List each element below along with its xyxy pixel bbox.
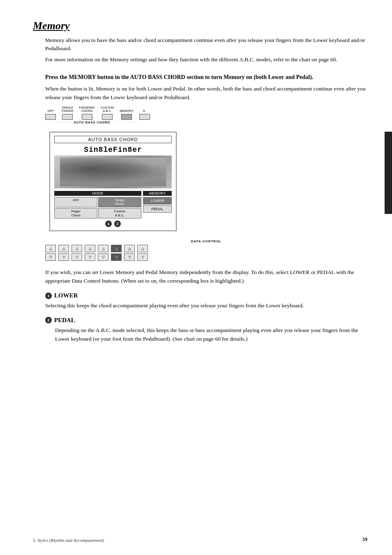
pedal-heading: 2 PEDAL: [45, 317, 367, 324]
section-heading: Press the MEMORY button in the AUTO BASS…: [45, 73, 367, 81]
pedal-heading-text: PEDAL: [54, 317, 75, 324]
data-up-btn-2[interactable]: △: [58, 245, 69, 252]
display-image-inner: [60, 158, 166, 186]
abc-off-btn[interactable]: [45, 114, 56, 120]
memory-label: MEMORY: [143, 191, 172, 196]
data-down-btn-4[interactable]: ▽: [85, 253, 95, 261]
display-image: [54, 156, 172, 188]
data-down-btn-2[interactable]: ▽: [58, 253, 69, 261]
data-up-btn-8[interactable]: △: [137, 245, 148, 252]
abc-fingeredchord-label: FINGEREDCHORD: [79, 106, 95, 113]
lower-heading-text: LOWER: [54, 292, 78, 299]
display-inner: AUTO BASS CHORD Sin8leFin8er MODE OFF Si…: [50, 132, 176, 230]
section-body: When the button is lit, Memory is on for…: [45, 85, 367, 102]
data-down-btn-6[interactable]: ▽: [111, 253, 122, 261]
data-up-btn-4[interactable]: △: [85, 245, 95, 252]
data-down-row: ▽ ▽ ▽ ▽ ▽ ▽ ▽ ▽: [45, 253, 367, 261]
data-down-btn-7[interactable]: ▽: [124, 253, 135, 261]
display-bottom: MODE OFF SingleFinder FingerChord Custom…: [54, 191, 172, 218]
footer-page: 59: [362, 536, 367, 543]
display-box: AUTO BASS CHORD Sin8leFin8er MODE OFF Si…: [49, 132, 177, 231]
data-down-btn-1[interactable]: ▽: [45, 253, 56, 261]
page: Memory Memory allows you to have the bas…: [0, 0, 392, 555]
page-title: Memory: [33, 20, 367, 32]
abc-singlefinger-label: SINGLEFINGER: [62, 106, 73, 113]
intro-text-2: For more information on the Memory setti…: [45, 56, 367, 64]
data-down-btn-5[interactable]: ▽: [98, 253, 108, 261]
data-control-section: DATA CONTROL △ △ △ △ △ △ △ △ ▽ ▽ ▽ ▽ ▽ ▽: [45, 239, 367, 261]
data-up-row: △ △ △ △ △ △ △ △: [45, 245, 367, 252]
abc-custabc-label: CUSTUMA.B.C.: [101, 106, 114, 113]
circle-1: 1: [105, 221, 112, 227]
abc-custabc-btn[interactable]: [102, 114, 113, 120]
lower-heading: 1 LOWER: [45, 292, 367, 299]
data-up-btn-5[interactable]: △: [98, 245, 108, 252]
display-title-bar: AUTO BASS CHORD: [54, 136, 172, 143]
circle-2: 2: [114, 221, 121, 227]
memory-section: MEMORY LOWER PEDAL: [143, 191, 172, 214]
lower-section: 1 LOWER Selecting this keeps the chord a…: [45, 292, 367, 310]
abc-singlefinger-btn[interactable]: [62, 114, 73, 120]
data-up-btn-7[interactable]: △: [124, 245, 135, 252]
mode-label: MODE: [54, 191, 141, 196]
data-down-btn-8[interactable]: ▽: [137, 253, 148, 261]
footer-chapter: 5. Styles (Rhythm and Accompaniment): [33, 538, 104, 543]
mode-btn-singlefinder[interactable]: SingleFinder: [98, 197, 141, 207]
data-control-rows: △ △ △ △ △ △ △ △ ▽ ▽ ▽ ▽ ▽ ▽ ▽ ▽: [45, 245, 367, 261]
mode-section: MODE OFF SingleFinder FingerChord Custom…: [54, 191, 141, 218]
mode-btn-fingerchord[interactable]: FingerChord: [54, 208, 97, 218]
right-tab: [385, 132, 392, 214]
abc-off-label: OFF: [48, 109, 54, 113]
abc-button-area: OFF SINGLEFINGER FINGEREDCHORD CUSTUMA.B…: [45, 106, 367, 124]
mode-buttons: OFF SingleFinder FingerChord CustomA.B.C…: [54, 197, 141, 218]
data-control-label: DATA CONTROL: [45, 239, 367, 243]
auto-bass-chord-label: AUTO BASS CHORD: [73, 121, 111, 124]
auto-bass-chord-line: ·················· AUTO BASS CHORD ·····…: [45, 121, 367, 124]
memory-btn-pedal[interactable]: PEDAL: [143, 205, 172, 213]
pedal-section: 2 PEDAL Depending on the A.B.C. mode sel…: [45, 317, 367, 344]
memory-btn-lower[interactable]: LOWER: [143, 197, 172, 204]
mode-btn-off[interactable]: OFF: [54, 197, 97, 207]
circles-row: 1 2: [54, 221, 172, 227]
abc-fingeredchord-btn[interactable]: [82, 114, 92, 120]
data-down-btn-3[interactable]: ▽: [71, 253, 82, 261]
abc-d-label: D.: [143, 109, 146, 113]
abc-d-btn[interactable]: [139, 114, 150, 120]
display-singlefinger-text: Sin8leFin8er: [54, 146, 172, 154]
abc-memory-label: MEMORY: [120, 109, 134, 113]
lower-text: Selecting this keeps the chord accompani…: [45, 302, 367, 310]
middle-text: If you wish, you can set Lower Memory an…: [45, 268, 367, 286]
data-up-btn-6[interactable]: △: [111, 245, 122, 252]
lower-circle: 1: [45, 293, 52, 299]
pedal-text: Depending on the A.B.C. mode selected, t…: [55, 326, 367, 344]
data-up-btn-1[interactable]: △: [45, 245, 56, 252]
mode-btn-customabc[interactable]: CustomA.B.C.: [98, 208, 141, 218]
intro-text-1: Memory allows you to have the bass and/o…: [45, 36, 367, 53]
data-up-btn-3[interactable]: △: [71, 245, 82, 252]
pedal-circle: 2: [45, 317, 52, 323]
abc-memory-btn[interactable]: [121, 114, 132, 120]
